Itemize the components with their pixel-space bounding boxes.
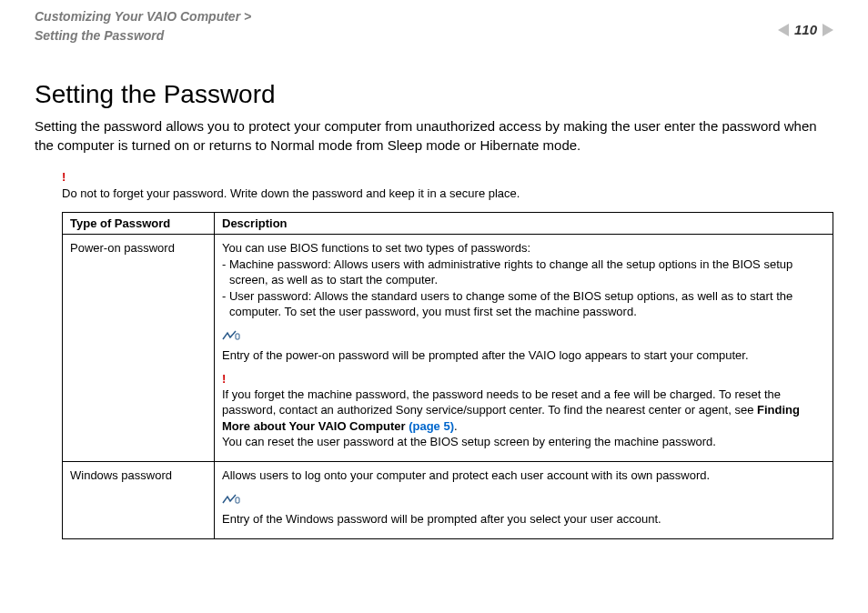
warning-icon: ! bbox=[222, 373, 825, 385]
warn-period: . bbox=[454, 419, 458, 433]
svg-rect-2 bbox=[236, 334, 239, 339]
intro-paragraph: Setting the password allows you to prote… bbox=[35, 116, 833, 155]
cell-description: You can use BIOS functions to set two ty… bbox=[215, 235, 833, 462]
bullet-line: - Machine password: Allows users with ad… bbox=[222, 256, 825, 273]
page-number: 110 bbox=[794, 22, 817, 37]
cell-type: Windows password bbox=[63, 462, 215, 539]
warning-icon: ! bbox=[62, 171, 833, 183]
warn-text-part: You can reset the user password at the B… bbox=[222, 435, 716, 448]
note-icon bbox=[222, 329, 825, 347]
bullet-cont: screen, as well as to start the computer… bbox=[222, 272, 825, 288]
next-page-arrow-icon[interactable] bbox=[823, 24, 833, 36]
note-text: Entry of the Windows password will be pr… bbox=[222, 512, 661, 526]
svg-marker-1 bbox=[823, 24, 833, 36]
warn-text-part: If you forget the machine password, the … bbox=[222, 387, 781, 417]
top-warning-text: Do not to forget your password. Write do… bbox=[62, 186, 520, 200]
note-icon bbox=[222, 493, 825, 510]
pager: 110 bbox=[778, 22, 833, 37]
prev-page-arrow-icon[interactable] bbox=[778, 24, 789, 36]
table-row: Windows password Allows users to log ont… bbox=[63, 462, 833, 539]
cell-description: Allows users to log onto your computer a… bbox=[215, 462, 833, 539]
table-row: Power-on password You can use BIOS funct… bbox=[63, 235, 833, 462]
th-description: Description bbox=[215, 213, 833, 235]
password-table: Type of Password Description Power-on pa… bbox=[62, 212, 833, 539]
note-text: Entry of the power-on password will be p… bbox=[222, 348, 749, 362]
th-type: Type of Password bbox=[63, 213, 215, 235]
desc-lead: You can use BIOS functions to set two ty… bbox=[222, 241, 530, 255]
bullet-cont: computer. To set the user password, you … bbox=[222, 304, 825, 320]
desc-lead: Allows users to log onto your computer a… bbox=[222, 468, 710, 482]
page-header: Customizing Your VAIO Computer > Setting… bbox=[35, 7, 833, 45]
svg-rect-3 bbox=[236, 497, 239, 503]
top-warning: ! Do not to forget your password. Write … bbox=[62, 171, 833, 201]
page-link[interactable]: (page 5) bbox=[409, 419, 454, 433]
breadcrumb-line-1: Customizing Your VAIO Computer > bbox=[35, 9, 251, 24]
breadcrumb-line-2: Setting the Password bbox=[35, 28, 164, 43]
breadcrumb: Customizing Your VAIO Computer > Setting… bbox=[35, 7, 251, 45]
page-title: Setting the Password bbox=[35, 80, 833, 109]
svg-marker-0 bbox=[778, 24, 789, 36]
cell-type: Power-on password bbox=[63, 235, 215, 462]
bullet-line: - User password: Allows the standard use… bbox=[222, 288, 825, 305]
